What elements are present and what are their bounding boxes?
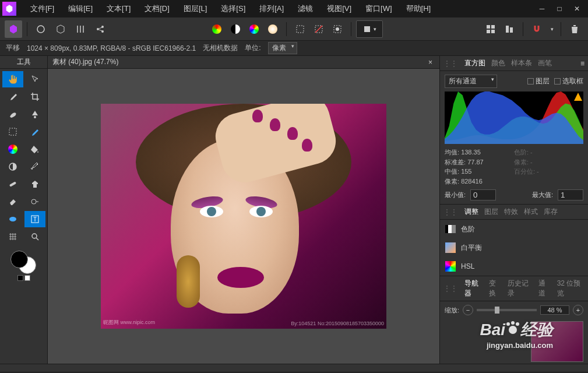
- circle-tool-icon[interactable]: [32, 20, 50, 38]
- layer-checkbox[interactable]: 图层: [527, 76, 550, 86]
- mesh-tool[interactable]: [2, 228, 23, 245]
- zoom-value[interactable]: 48 %: [540, 305, 569, 315]
- menu-item-3[interactable]: 文档[D]: [138, 3, 177, 14]
- tools-title: 工具: [0, 56, 47, 69]
- menu-item-5[interactable]: 选择[S]: [214, 3, 252, 14]
- auto-levels-icon[interactable]: [208, 20, 226, 38]
- tab-navigator[interactable]: 导航器: [464, 277, 483, 300]
- histogram-display: [445, 92, 583, 144]
- color-replace-tool[interactable]: [2, 141, 23, 157]
- align-icon[interactable]: [501, 20, 518, 38]
- navigator-thumbnail[interactable]: [531, 321, 583, 362]
- tab-brushes[interactable]: 画笔: [538, 57, 552, 69]
- svg-rect-4: [297, 26, 304, 33]
- svg-rect-19: [9, 181, 16, 186]
- mirror-icon[interactable]: [72, 20, 89, 38]
- cube-icon[interactable]: [52, 20, 69, 38]
- menu-item-9[interactable]: 窗口[W]: [358, 3, 399, 14]
- document-tab[interactable]: 素材 (40).jpg (47.7%) ×: [48, 56, 439, 69]
- svg-rect-17: [9, 128, 16, 135]
- tab-history[interactable]: 历史记录: [508, 277, 533, 300]
- tab-transform[interactable]: 变换: [489, 277, 502, 300]
- auto-contrast-icon[interactable]: [227, 20, 244, 38]
- tab-fx[interactable]: 特效: [504, 206, 518, 218]
- menu-item-6[interactable]: 排列[A]: [252, 3, 291, 14]
- share-icon[interactable]: [91, 20, 109, 38]
- unit-dropdown[interactable]: 像素: [268, 42, 297, 54]
- tab-styles[interactable]: 样式: [524, 206, 538, 218]
- snap-icon[interactable]: [528, 20, 545, 38]
- clone-tool[interactable]: [24, 176, 45, 192]
- zoom-out-button[interactable]: −: [463, 305, 473, 315]
- hand-tool[interactable]: [2, 71, 23, 87]
- paint-tool[interactable]: [24, 124, 45, 140]
- adj-white-balance[interactable]: 白平衡: [440, 238, 588, 257]
- adjust-tabs: ⋮⋮ 调整 图层 特效 样式 库存: [440, 205, 588, 220]
- crop-tool[interactable]: [24, 89, 45, 105]
- menu-item-10[interactable]: 帮助[H]: [399, 3, 438, 14]
- zoom-tool[interactable]: [24, 228, 45, 245]
- right-panels: ⋮⋮ 直方图 颜色 样本条 画笔 ≡ 所有通道 图层 选取框 均值: 138.3…: [439, 56, 588, 364]
- close-button[interactable]: ✕: [573, 5, 581, 13]
- selection-hide-icon[interactable]: [310, 20, 328, 38]
- max-input[interactable]: [558, 189, 583, 200]
- tab-color[interactable]: 颜色: [491, 57, 505, 69]
- move-tool[interactable]: [24, 71, 45, 87]
- adj-levels[interactable]: 色阶: [440, 220, 588, 238]
- tab-stock[interactable]: 库存: [544, 206, 558, 218]
- svg-point-21: [9, 217, 16, 221]
- dodge-tool[interactable]: [24, 193, 45, 210]
- menu-item-7[interactable]: 滤镜: [291, 3, 320, 14]
- persona-photo-icon[interactable]: [5, 20, 22, 38]
- swap-colors[interactable]: [24, 275, 30, 281]
- menu-item-1[interactable]: 编辑[E]: [61, 3, 100, 14]
- min-input[interactable]: [470, 189, 496, 200]
- snap-dropdown-icon[interactable]: ▾: [548, 20, 556, 38]
- heal-tool[interactable]: [2, 176, 23, 192]
- color-swatches[interactable]: [0, 247, 47, 284]
- adj-hsl[interactable]: HSL: [440, 257, 588, 276]
- horizontal-scrollbar[interactable]: [0, 364, 588, 372]
- menu-item-8[interactable]: 视图[V]: [320, 3, 358, 14]
- close-tab-icon[interactable]: ×: [426, 58, 435, 66]
- selection-show-icon[interactable]: [291, 20, 309, 38]
- minimize-button[interactable]: ─: [538, 5, 546, 13]
- tab-adjust[interactable]: 调整: [464, 206, 478, 218]
- text-tool[interactable]: T: [24, 211, 45, 227]
- eraser-tool[interactable]: [2, 193, 23, 210]
- flood-select-tool[interactable]: [24, 106, 45, 122]
- selection-checkbox[interactable]: 选取框: [554, 76, 583, 86]
- fill-tool[interactable]: [24, 141, 45, 157]
- brush-select-tool[interactable]: [2, 106, 23, 122]
- tab-32bit[interactable]: 32 位预览: [557, 277, 585, 300]
- tab-layers[interactable]: 图层: [484, 206, 498, 218]
- menu-item-4[interactable]: 图层[L]: [177, 3, 214, 14]
- menu-item-0[interactable]: 文件[F]: [23, 3, 61, 14]
- quickmask-icon[interactable]: [329, 20, 346, 38]
- gradient-tool[interactable]: [2, 159, 23, 175]
- auto-color-icon[interactable]: [245, 20, 263, 38]
- foreground-color[interactable]: [10, 251, 28, 268]
- mode-dropdown[interactable]: ▾: [356, 20, 383, 38]
- zoom-slider[interactable]: [477, 309, 537, 311]
- maximize-button[interactable]: □: [555, 5, 564, 13]
- eyedropper-tool[interactable]: [2, 89, 23, 105]
- tab-swatches[interactable]: 样本条: [511, 57, 532, 69]
- svg-rect-9: [364, 26, 370, 32]
- shape-tool[interactable]: [2, 211, 23, 227]
- svg-point-16: [34, 116, 36, 118]
- reset-colors[interactable]: [17, 275, 23, 281]
- panel-menu-icon[interactable]: ≡: [580, 59, 585, 68]
- tab-channels[interactable]: 通道: [538, 277, 551, 300]
- max-label: 最大值:: [532, 191, 553, 199]
- auto-wb-icon[interactable]: [264, 20, 281, 38]
- canvas-viewport[interactable]: 昵图网 www.nipic.com By:104521 No:201509081…: [48, 69, 439, 364]
- align-grid-icon[interactable]: [482, 20, 499, 38]
- channel-dropdown[interactable]: 所有通道: [445, 75, 497, 88]
- marquee-tool[interactable]: [2, 124, 23, 140]
- tab-histogram[interactable]: 直方图: [464, 57, 485, 69]
- zoom-in-button[interactable]: +: [573, 305, 583, 315]
- menu-item-2[interactable]: 文本[T]: [100, 3, 138, 14]
- pen-tool[interactable]: [24, 159, 45, 175]
- trash-icon[interactable]: [566, 20, 583, 38]
